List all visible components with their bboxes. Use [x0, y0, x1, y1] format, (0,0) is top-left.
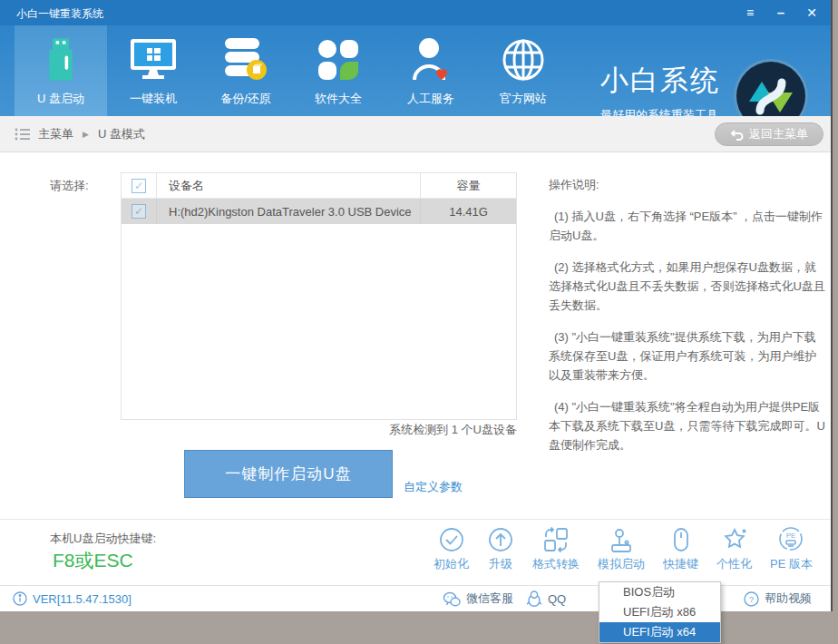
- usb-drive-icon: [43, 33, 79, 87]
- wechat-label: 微信客服: [466, 590, 513, 607]
- nav-items: U 盘启动 一键装机: [15, 25, 570, 116]
- top-navbar: U 盘启动 一键装机: [0, 25, 831, 116]
- list-icon: [15, 127, 31, 141]
- nav-label: 一键装机: [130, 91, 177, 107]
- globe-icon: [502, 33, 545, 87]
- nav-label: 备份/还原: [220, 91, 271, 107]
- window-title: 小白一键重装系统: [16, 6, 103, 22]
- tools-row: 初始化 升级 格式转换: [434, 526, 813, 572]
- capacity-cell: 14.41G: [420, 199, 516, 224]
- table-row[interactable]: ✓ H:(hd2)Kingston DataTraveler 3.0 USB D…: [122, 199, 516, 224]
- nav-item-website[interactable]: 官方网站: [477, 25, 570, 116]
- tool-label: 升级: [489, 556, 512, 572]
- tool-format-convert[interactable]: 格式转换: [532, 526, 580, 572]
- hotkey-label: 本机U盘启动快捷键:: [50, 531, 156, 547]
- mouse-icon: [667, 526, 695, 553]
- menu-icon[interactable]: ≡: [742, 0, 758, 25]
- device-name-cell: H:(hd2)Kingston DataTraveler 3.0 USB Dev…: [157, 199, 420, 224]
- brand-name: 小白系统: [600, 62, 720, 100]
- nav-item-one-key-install[interactable]: 一键装机: [107, 25, 200, 116]
- main-content: 请选择: ✓ 设备名 容量 ✓ H:(hd2)Kingston DataTrav…: [0, 152, 831, 585]
- info-icon: [13, 591, 27, 606]
- custom-params-link[interactable]: 自定义参数: [404, 479, 463, 495]
- nav-label: 官方网站: [500, 91, 547, 107]
- joystick-icon: [608, 526, 635, 553]
- select-all-checkbox[interactable]: ✓: [132, 179, 146, 193]
- back-button-label: 返回主菜单: [749, 126, 808, 142]
- select-label: 请选择:: [50, 178, 89, 194]
- upgrade-arrow-icon: [487, 526, 514, 553]
- window-controls: ≡ – ✕: [742, 0, 820, 25]
- support-person-icon: [409, 33, 453, 87]
- header-checkbox-cell: ✓: [122, 173, 157, 198]
- svg-text:PE: PE: [786, 532, 796, 540]
- row-checkbox-cell: ✓: [122, 199, 157, 224]
- tool-upgrade[interactable]: 升级: [487, 526, 514, 572]
- pe-version-icon: PE: [777, 526, 804, 553]
- nav-item-usb-boot[interactable]: U 盘启动: [15, 25, 107, 116]
- version-text: VER[11.5.47.1530]: [33, 592, 132, 606]
- tool-label: 格式转换: [532, 556, 580, 572]
- software-grid-icon: [317, 33, 359, 87]
- menu-item-uefi-x64[interactable]: UEFI启动 x64: [599, 622, 720, 642]
- return-arrow-icon: [730, 129, 744, 141]
- format-convert-icon: [542, 526, 570, 553]
- nav-label: 软件大全: [315, 91, 362, 107]
- nav-label: U 盘启动: [37, 91, 84, 107]
- instructions-panel: 操作说明: (1) 插入U盘，右下角选择 “PE版本” ，点击一键制作启动U盘。…: [549, 175, 827, 467]
- boot-type-popup-menu: BIOS启动 UEFI启动 x86 UEFI启动 x64: [599, 581, 721, 643]
- nav-item-software[interactable]: 软件大全: [292, 25, 385, 116]
- help-video[interactable]: ? 帮助视频: [744, 586, 812, 611]
- detect-status-text: 系统检测到 1 个U盘设备: [121, 422, 517, 438]
- question-icon: ?: [744, 591, 759, 607]
- footer-divider: [0, 519, 831, 520]
- instruction-step: (3) "小白一键重装系统"提供系统下载，为用户下载系统保存至U盘，保证用户有系…: [549, 327, 827, 385]
- tool-personalize[interactable]: 个性化: [716, 526, 752, 572]
- tool-label: 模拟启动: [598, 556, 645, 572]
- instructions-title: 操作说明:: [549, 175, 827, 194]
- wechat-icon: [443, 591, 461, 607]
- qq-label: QQ: [548, 592, 566, 606]
- breadcrumb: 主菜单 ▶ U 盘模式 返回主菜单: [0, 116, 831, 152]
- instruction-step: (4) "小白一键重装系统"将全程自动为用户提供PE版本下载及系统下载至U盘，只…: [549, 397, 827, 454]
- nav-item-support[interactable]: 人工服务: [385, 25, 477, 116]
- tool-label: 快捷键: [663, 556, 698, 572]
- minimize-icon[interactable]: –: [773, 0, 789, 25]
- help-label: 帮助视频: [765, 590, 812, 607]
- row-checkbox[interactable]: ✓: [132, 204, 146, 219]
- nav-item-backup-restore[interactable]: 备份/还原: [200, 25, 292, 116]
- device-name-header: 设备名: [157, 173, 420, 198]
- backup-restore-icon: [223, 33, 268, 87]
- svg-text:?: ?: [749, 594, 754, 604]
- capacity-header: 容量: [420, 173, 516, 198]
- app-window: 小白一键重装系统 ≡ – ✕ U 盘启动: [0, 0, 833, 611]
- titlebar: 小白一键重装系统 ≡ – ✕: [0, 0, 831, 25]
- hotkey-value: F8或ESC: [53, 548, 133, 573]
- table-header-row: ✓ 设备名 容量: [122, 173, 516, 199]
- chevron-right-icon: ▶: [83, 130, 89, 139]
- close-icon[interactable]: ✕: [804, 0, 820, 25]
- tool-hotkey[interactable]: 快捷键: [663, 526, 698, 572]
- qq-support[interactable]: QQ: [526, 586, 566, 611]
- menu-item-uefi-x86[interactable]: UEFI启动 x86: [599, 602, 720, 622]
- tool-label: PE 版本: [770, 556, 813, 572]
- back-to-main-menu-button[interactable]: 返回主菜单: [715, 122, 823, 146]
- brand: 小白系统 最好用的系统重装工具: [600, 62, 720, 123]
- tool-pe-version[interactable]: PE PE 版本: [770, 526, 813, 572]
- breadcrumb-root[interactable]: 主菜单: [38, 126, 73, 142]
- instruction-step: (1) 插入U盘，右下角选择 “PE版本” ，点击一键制作启动U盘。: [549, 207, 827, 245]
- qq-penguin-icon: [526, 590, 542, 607]
- instruction-step: (2) 选择格式化方式，如果用户想保存U盘数据，就选择格式化U盘且不丢失数据，否…: [549, 258, 827, 315]
- version-info: VER[11.5.47.1530]: [13, 586, 132, 611]
- make-usb-button[interactable]: 一键制作启动U盘: [184, 450, 393, 498]
- monitor-icon: [128, 33, 179, 87]
- menu-item-bios-boot[interactable]: BIOS启动: [599, 582, 720, 602]
- tool-label: 初始化: [434, 556, 469, 572]
- device-table: ✓ 设备名 容量 ✓ H:(hd2)Kingston DataTraveler …: [121, 172, 517, 420]
- breadcrumb-current: U 盘模式: [98, 126, 145, 142]
- tool-simulate-boot[interactable]: 模拟启动: [598, 526, 645, 572]
- star-badge-icon: [721, 526, 748, 553]
- tool-initialize[interactable]: 初始化: [434, 526, 469, 572]
- wechat-support[interactable]: 微信客服: [443, 586, 513, 611]
- nav-label: 人工服务: [407, 91, 454, 107]
